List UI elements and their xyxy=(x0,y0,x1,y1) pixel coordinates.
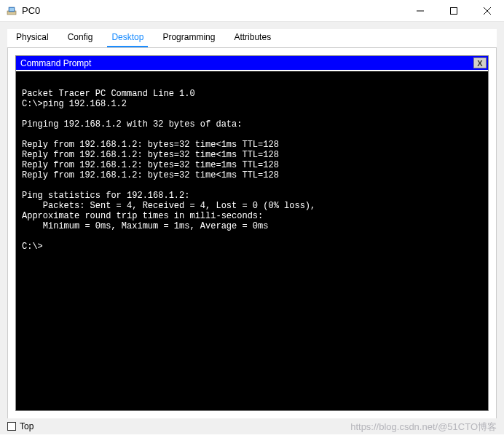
tab-desktop[interactable]: Desktop xyxy=(107,28,148,47)
command-prompt-title: Command Prompt xyxy=(20,58,91,68)
close-button[interactable] xyxy=(470,0,504,21)
main-area: Physical Config Desktop Programming Attr… xyxy=(0,22,504,418)
svg-rect-4 xyxy=(451,7,457,14)
tab-physical[interactable]: Physical xyxy=(12,28,53,47)
command-prompt-close-button[interactable]: X xyxy=(473,57,487,68)
tab-bar: Physical Config Desktop Programming Attr… xyxy=(7,29,497,48)
watermark: https://blog.csdn.net/@51CTO博客 xyxy=(350,421,497,434)
command-prompt-window: Command Prompt X Packet Tracer PC Comman… xyxy=(15,55,489,411)
window-controls xyxy=(403,0,504,21)
top-checkbox[interactable] xyxy=(7,422,16,431)
terminal-output[interactable]: Packet Tracer PC Command Line 1.0 C:\>pi… xyxy=(16,70,488,410)
minimize-button[interactable] xyxy=(403,0,437,21)
tab-config[interactable]: Config xyxy=(63,28,98,47)
svg-rect-2 xyxy=(9,8,14,11)
window-titlebar: PC0 xyxy=(0,0,504,22)
maximize-button[interactable] xyxy=(437,0,470,21)
tab-attributes[interactable]: Attributes xyxy=(229,28,275,47)
top-label: Top xyxy=(20,421,34,431)
tab-content: Command Prompt X Packet Tracer PC Comman… xyxy=(7,48,497,419)
tab-programming[interactable]: Programming xyxy=(158,28,219,47)
app-icon xyxy=(6,5,17,17)
window-title: PC0 xyxy=(22,5,40,16)
command-prompt-titlebar: Command Prompt X xyxy=(16,56,488,70)
